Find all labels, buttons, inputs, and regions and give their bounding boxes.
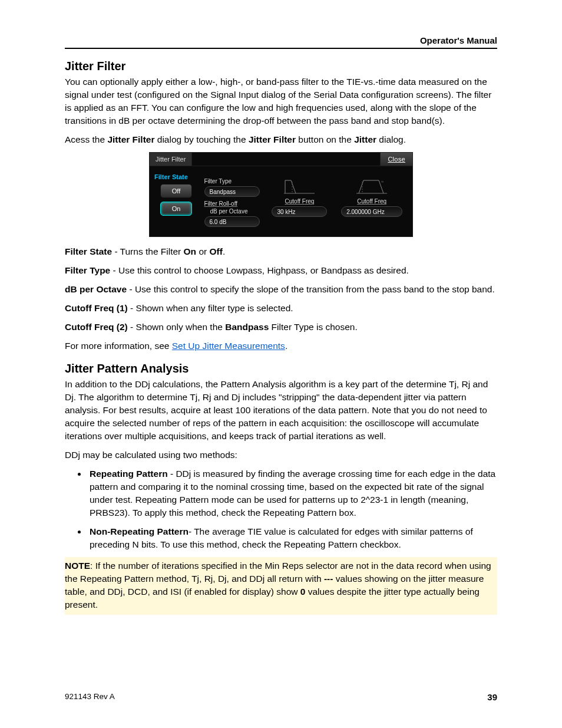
text-frag: - Use this control to specify the slope … [127,284,495,294]
note-label: NOTE [65,561,90,571]
def-term: Cutoff Freq (2) [65,322,128,332]
para-jf-access: Acess the Jitter Filter dialog by touchi… [65,133,497,146]
link-setup-jitter[interactable]: Set Up Jitter Measurements [172,341,285,351]
cutoff2-label: Cutoff Freq [357,198,386,205]
text-frag: For more information, see [65,341,172,351]
text-frag: dialog by touching the [154,134,248,144]
text-frag: - Shown when any filter type is selected… [128,303,293,313]
cutoff2-value[interactable]: 2.000000 GHz [341,206,402,217]
dialog-tab[interactable]: Jitter Filter [150,153,192,166]
header-title: Operator's Manual [65,35,497,49]
text-frag: or [196,246,209,256]
def-cutoff1: Cutoff Freq (1) - Shown when any filter … [65,302,497,315]
list-item: Repeating Pattern - DDj is measured by f… [87,467,497,519]
heading-jitter-pattern: Jitter Pattern Analysis [65,362,497,375]
bandpass-curve-icon: ∞ [355,176,388,196]
footer-rev: 921143 Rev A [65,692,115,702]
def-cutoff2: Cutoff Freq (2) - Shown only when the Ba… [65,321,497,334]
filter-state-toggle: Off On [156,184,199,216]
def-term: dB per Octave [65,284,127,294]
list-term: Non-Repeating Pattern [90,526,189,536]
def-term: Cutoff Freq (1) [65,303,128,313]
footer-page-number: 39 [487,692,497,702]
filter-off-button[interactable]: Off [160,184,192,198]
def-db-octave: dB per Octave - Use this control to spec… [65,283,497,296]
filter-state-label: Filter State [154,173,199,180]
highpass-curve-icon [283,176,316,196]
text-frag: - Turns the Filter [112,246,183,256]
text-frag: button on the [296,134,354,144]
more-info-line: For more information, see Set Up Jitter … [65,340,497,353]
cutoff1-label: Cutoff Freq [285,198,315,205]
def-filter-type: Filter Type - Use this control to choose… [65,264,497,277]
list-term: Repeating Pattern [90,469,168,479]
text-frag: dialog. [376,134,406,144]
rolloff-sublabel: dB per Octave [210,208,248,215]
text-frag-bold: Jitter Filter [249,134,296,144]
def-term: Filter Type [65,265,110,275]
text-frag: - Shown only when the [128,322,225,332]
para-jpa-intro: In addition to the DDj calculations, the… [65,378,497,443]
jitter-filter-dialog: Jitter Filter Close Filter State Off On … [149,152,413,237]
svg-text:∞: ∞ [381,180,384,183]
text-frag-bold: --- [324,574,333,584]
rolloff-label: Filter Roll-off [204,200,238,207]
text-frag: - Use this control to choose Lowpass, Hi… [110,265,409,275]
spacer [192,153,380,166]
text-frag-bold: Off [210,246,223,256]
close-button[interactable]: Close [380,153,412,166]
text-frag-bold: Bandpass [225,322,269,332]
text-frag: . [285,341,287,351]
filter-type-value[interactable]: Bandpass [204,186,260,197]
text-frag: Filter Type is chosen. [269,322,357,332]
text-frag-bold: Jitter [354,134,376,144]
text-frag-bold: Jitter Filter [107,134,154,144]
text-frag: Acess the [65,134,107,144]
methods-list: Repeating Pattern - DDj is measured by f… [87,467,497,551]
text-frag: . [223,246,225,256]
para-jpa-methods: DDj may be calculated using two methods: [65,449,497,462]
page-footer: 921143 Rev A 39 [65,692,497,702]
text-frag-bold: On [184,246,197,256]
note-box: NOTE: If the number of iterations specif… [65,557,497,615]
def-filter-state: Filter State - Turns the Filter On or Of… [65,245,497,258]
dialog-screenshot: Jitter Filter Close Filter State Off On … [65,152,497,237]
dialog-titlebar: Jitter Filter Close [150,153,412,166]
heading-jitter-filter: Jitter Filter [65,60,497,73]
filter-on-button[interactable]: On [160,202,192,216]
def-term: Filter State [65,246,112,256]
list-item: Non-Repeating Pattern- The average TIE v… [87,525,497,551]
cutoff1-value[interactable]: 30 kHz [272,206,327,217]
rolloff-value[interactable]: 6.0 dB [204,216,260,227]
filter-type-label: Filter Type [204,178,232,185]
para-jf-intro: You can optionally apply either a low-, … [65,75,497,127]
